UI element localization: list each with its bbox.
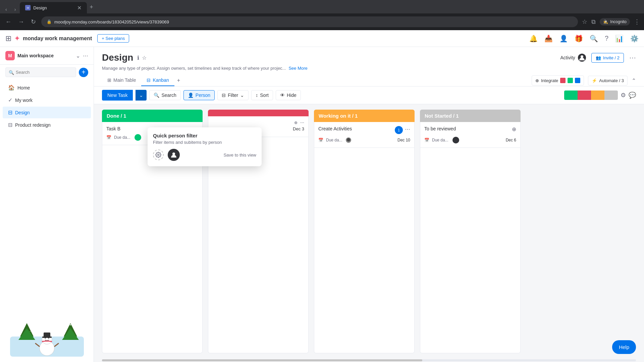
kanban-card-review[interactable]: To be reviewed ⊕ 📅 Due da... Dec 6 [420, 122, 520, 148]
review-card-actions: ⊕ [512, 126, 516, 132]
gift-icon[interactable]: 🎁 [575, 35, 583, 43]
color-done [564, 90, 578, 100]
feedback-btn[interactable]: 💬 [629, 92, 636, 99]
person-filter-avatar[interactable] [168, 149, 180, 161]
see-plans-btn[interactable]: + See plans [97, 34, 129, 43]
help-icon[interactable]: ? [605, 35, 608, 42]
calendar-icon-working: 📅 [318, 138, 323, 142]
kanban-card-activities[interactable]: Create Activities 1 ⋯ 📅 Due [314, 122, 414, 148]
task-b-avatar [135, 134, 141, 141]
calendar-icon-done: 📅 [106, 135, 111, 140]
apps-grid-icon[interactable]: ⊞ [5, 34, 11, 43]
tab-add-btn[interactable]: + [174, 75, 183, 86]
automate-btn[interactable]: ⚡ Automate / 3 [588, 76, 628, 85]
more-options-icon-working[interactable]: ⋯ [405, 126, 410, 134]
board-header-right: Activity 👥 Invite / 2 ⋯ [560, 53, 636, 63]
person-toolbar-btn[interactable]: 👤 Person [183, 90, 215, 100]
app-container: ⊞ ✦ monday work management + See plans 🔔… [0, 30, 644, 362]
sort-toolbar-label: Sort [260, 93, 269, 98]
refresh-btn[interactable]: ↻ [30, 17, 37, 27]
new-task-arrow-btn[interactable]: ⌄ [136, 90, 147, 101]
sidebar-item-design[interactable]: ⊟ Design [3, 107, 91, 118]
workspace-dots-icon[interactable]: ⋯ [83, 53, 88, 59]
table-icon: ⊞ [107, 77, 111, 83]
scrollbar-track [102, 359, 636, 361]
back-btn[interactable]: ← [4, 17, 13, 27]
hide-toolbar-label: Hide [287, 93, 297, 98]
person-filter-gear-icon[interactable] [153, 149, 164, 160]
notification-badge: 1 [395, 126, 403, 134]
more-options-icon-stuck[interactable]: ⋯ [300, 120, 304, 125]
search-toolbar-label: Search [161, 93, 176, 98]
tab-forward-btn[interactable]: › [12, 5, 19, 13]
svg-marker-2 [18, 328, 35, 340]
invite-label: Invite / 2 [603, 55, 620, 60]
svg-point-17 [30, 331, 31, 332]
hide-toolbar-btn[interactable]: 👁 Hide [276, 90, 301, 100]
sidebar-item-mywork[interactable]: ✓ My work [3, 94, 91, 106]
address-bar[interactable]: 🔒 moodjoy.monday.com/boards/1830420525/v… [41, 16, 578, 27]
svg-point-21 [172, 153, 175, 155]
add-item-icon[interactable]: ⊕ [294, 120, 298, 125]
new-tab-btn[interactable]: + [87, 1, 96, 13]
svg-point-14 [23, 321, 24, 322]
info-icon[interactable]: ℹ [137, 55, 139, 61]
collapse-btn[interactable]: ⌃ [632, 77, 636, 84]
kanban-column-header-done: Done / 1 [102, 110, 203, 122]
sidebar-item-design-label: Design [15, 110, 30, 115]
browser-tab[interactable]: M Design ✕ [20, 2, 87, 13]
snowman-container [0, 311, 94, 362]
menu-btn[interactable]: ⋮ [634, 18, 640, 25]
sidebar-item-product-redesign[interactable]: ⊟ Product redesign [3, 119, 91, 131]
board2-icon: ⊟ [8, 122, 12, 128]
tab-close-btn[interactable]: ✕ [77, 5, 82, 11]
profile-icon[interactable]: ☆ [582, 18, 587, 25]
kanban-card-activities-footer: 📅 Due da... Dec 10 [318, 137, 410, 143]
automate-icon: ⚡ [592, 78, 597, 83]
see-more-link[interactable]: See More [288, 66, 307, 71]
extension-icon[interactable]: ⧉ [591, 18, 596, 25]
board-more-icon[interactable]: ⋯ [629, 54, 636, 62]
kanban-column-body-working: Create Activities 1 ⋯ 📅 Due [314, 122, 415, 353]
invite-btn[interactable]: 👥 Invite / 2 [591, 53, 624, 63]
tab-back-btn[interactable]: ‹ [3, 5, 10, 13]
activity-btn[interactable]: Activity [560, 54, 586, 62]
workspace-chevron-icon[interactable]: ⌄ [76, 53, 80, 59]
filter-toolbar-icon: ⊟ [222, 93, 226, 98]
color-bar [564, 90, 618, 100]
people-invite-icon: 👥 [596, 55, 601, 60]
settings-btn[interactable]: ⚙ [621, 92, 626, 99]
board-title-row: Design ℹ ☆ Activity 👥 [102, 52, 636, 63]
tab-kanban[interactable]: ⊟ Kanban [141, 75, 174, 86]
sidebar-add-btn[interactable]: + [79, 68, 88, 77]
analytics-icon[interactable]: 📊 [615, 35, 624, 43]
settings-icon[interactable]: ⚙️ [630, 35, 639, 43]
integrate-btn[interactable]: ⊕ Integrate [532, 75, 584, 85]
color-not-started [604, 90, 618, 100]
new-task-btn[interactable]: New Task [102, 90, 133, 101]
integrate-label: Integrate [541, 78, 558, 83]
svg-rect-10 [42, 337, 52, 338]
filter-toolbar-btn[interactable]: ⊟ Filter ⌄ [217, 90, 249, 100]
forward-btn[interactable]: → [17, 17, 25, 27]
sidebar-search-input[interactable] [5, 67, 76, 77]
add-icon-review[interactable]: ⊕ [512, 126, 516, 132]
sort-toolbar-btn[interactable]: ↕ Sort [251, 90, 273, 100]
kanban-card-review-title: To be reviewed [424, 126, 456, 131]
search-icon[interactable]: 🔍 [590, 35, 598, 43]
notification-icon[interactable]: 🔔 [529, 35, 538, 43]
search-toolbar-btn[interactable]: 🔍 Search [149, 90, 180, 100]
kanban-icon: ⊟ [147, 77, 151, 83]
person-filter-save-label[interactable]: Save to this view [223, 153, 256, 158]
tab-main-table[interactable]: ⊞ Main Table [102, 75, 141, 86]
scrollbar-container [94, 359, 644, 362]
sidebar-item-home-label: Home [17, 85, 30, 90]
sidebar-item-home[interactable]: 🏠 Home [3, 82, 91, 94]
scrollbar-thumb[interactable] [102, 359, 422, 361]
inbox-icon[interactable]: 📥 [544, 35, 553, 43]
board-right-tabs: ⊕ Integrate ⚡ Automate / 3 ⌃ [532, 75, 636, 85]
help-btn[interactable]: Help [612, 340, 636, 354]
people-icon[interactable]: 👤 [559, 35, 568, 43]
star-icon[interactable]: ☆ [142, 55, 147, 61]
person-filter-title: Quick person filter [153, 133, 256, 138]
